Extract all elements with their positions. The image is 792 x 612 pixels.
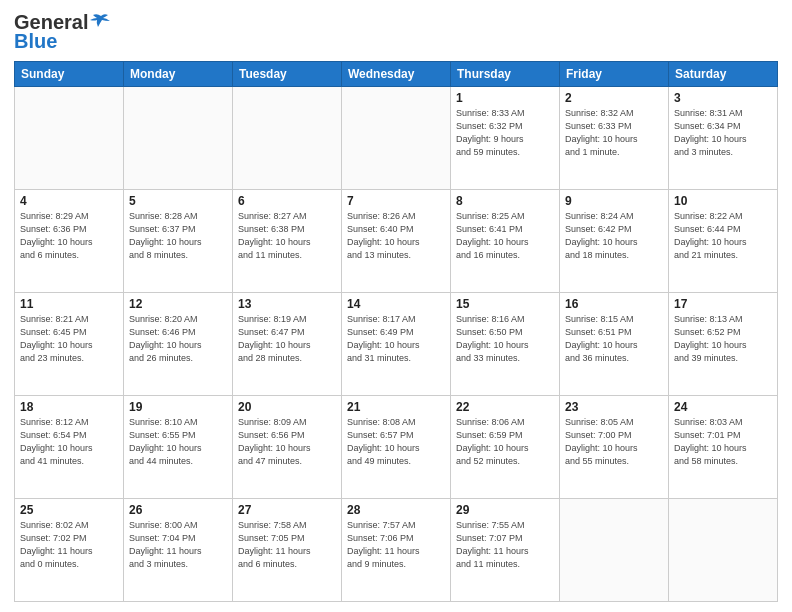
day-number: 17 — [674, 297, 772, 311]
day-number: 20 — [238, 400, 336, 414]
day-info: Sunrise: 8:25 AM Sunset: 6:41 PM Dayligh… — [456, 210, 554, 262]
calendar-cell: 17Sunrise: 8:13 AM Sunset: 6:52 PM Dayli… — [669, 293, 778, 396]
day-number: 7 — [347, 194, 445, 208]
calendar-cell: 26Sunrise: 8:00 AM Sunset: 7:04 PM Dayli… — [124, 499, 233, 602]
page: General Blue SundayMondayTuesdayWednesda… — [0, 0, 792, 612]
day-number: 25 — [20, 503, 118, 517]
calendar-cell — [15, 87, 124, 190]
day-info: Sunrise: 8:21 AM Sunset: 6:45 PM Dayligh… — [20, 313, 118, 365]
day-number: 5 — [129, 194, 227, 208]
day-info: Sunrise: 8:33 AM Sunset: 6:32 PM Dayligh… — [456, 107, 554, 159]
calendar-cell: 7Sunrise: 8:26 AM Sunset: 6:40 PM Daylig… — [342, 190, 451, 293]
calendar-cell: 18Sunrise: 8:12 AM Sunset: 6:54 PM Dayli… — [15, 396, 124, 499]
day-number: 2 — [565, 91, 663, 105]
calendar-cell: 28Sunrise: 7:57 AM Sunset: 7:06 PM Dayli… — [342, 499, 451, 602]
day-info: Sunrise: 8:20 AM Sunset: 6:46 PM Dayligh… — [129, 313, 227, 365]
day-number: 16 — [565, 297, 663, 311]
calendar-cell: 5Sunrise: 8:28 AM Sunset: 6:37 PM Daylig… — [124, 190, 233, 293]
day-info: Sunrise: 8:12 AM Sunset: 6:54 PM Dayligh… — [20, 416, 118, 468]
calendar-cell: 16Sunrise: 8:15 AM Sunset: 6:51 PM Dayli… — [560, 293, 669, 396]
calendar-cell: 3Sunrise: 8:31 AM Sunset: 6:34 PM Daylig… — [669, 87, 778, 190]
calendar-cell: 25Sunrise: 8:02 AM Sunset: 7:02 PM Dayli… — [15, 499, 124, 602]
calendar-cell: 9Sunrise: 8:24 AM Sunset: 6:42 PM Daylig… — [560, 190, 669, 293]
logo-bird-icon — [90, 12, 112, 32]
weekday-header-sunday: Sunday — [15, 62, 124, 87]
day-info: Sunrise: 8:29 AM Sunset: 6:36 PM Dayligh… — [20, 210, 118, 262]
weekday-header-thursday: Thursday — [451, 62, 560, 87]
weekday-header-monday: Monday — [124, 62, 233, 87]
day-info: Sunrise: 8:05 AM Sunset: 7:00 PM Dayligh… — [565, 416, 663, 468]
calendar-cell: 14Sunrise: 8:17 AM Sunset: 6:49 PM Dayli… — [342, 293, 451, 396]
day-info: Sunrise: 8:22 AM Sunset: 6:44 PM Dayligh… — [674, 210, 772, 262]
header: General Blue — [14, 12, 778, 53]
day-info: Sunrise: 7:55 AM Sunset: 7:07 PM Dayligh… — [456, 519, 554, 571]
calendar-cell: 8Sunrise: 8:25 AM Sunset: 6:41 PM Daylig… — [451, 190, 560, 293]
weekday-header-friday: Friday — [560, 62, 669, 87]
day-number: 4 — [20, 194, 118, 208]
day-number: 15 — [456, 297, 554, 311]
day-number: 13 — [238, 297, 336, 311]
calendar-week-1: 1Sunrise: 8:33 AM Sunset: 6:32 PM Daylig… — [15, 87, 778, 190]
day-info: Sunrise: 7:57 AM Sunset: 7:06 PM Dayligh… — [347, 519, 445, 571]
day-number: 18 — [20, 400, 118, 414]
calendar-cell — [669, 499, 778, 602]
calendar-cell — [560, 499, 669, 602]
day-info: Sunrise: 8:27 AM Sunset: 6:38 PM Dayligh… — [238, 210, 336, 262]
day-number: 1 — [456, 91, 554, 105]
calendar-cell: 23Sunrise: 8:05 AM Sunset: 7:00 PM Dayli… — [560, 396, 669, 499]
day-info: Sunrise: 8:10 AM Sunset: 6:55 PM Dayligh… — [129, 416, 227, 468]
day-info: Sunrise: 8:16 AM Sunset: 6:50 PM Dayligh… — [456, 313, 554, 365]
calendar-cell: 27Sunrise: 7:58 AM Sunset: 7:05 PM Dayli… — [233, 499, 342, 602]
day-number: 12 — [129, 297, 227, 311]
day-number: 29 — [456, 503, 554, 517]
day-number: 22 — [456, 400, 554, 414]
calendar-cell: 13Sunrise: 8:19 AM Sunset: 6:47 PM Dayli… — [233, 293, 342, 396]
calendar-week-5: 25Sunrise: 8:02 AM Sunset: 7:02 PM Dayli… — [15, 499, 778, 602]
day-info: Sunrise: 7:58 AM Sunset: 7:05 PM Dayligh… — [238, 519, 336, 571]
day-info: Sunrise: 8:24 AM Sunset: 6:42 PM Dayligh… — [565, 210, 663, 262]
day-number: 23 — [565, 400, 663, 414]
calendar-cell: 12Sunrise: 8:20 AM Sunset: 6:46 PM Dayli… — [124, 293, 233, 396]
calendar-cell: 2Sunrise: 8:32 AM Sunset: 6:33 PM Daylig… — [560, 87, 669, 190]
calendar-cell: 29Sunrise: 7:55 AM Sunset: 7:07 PM Dayli… — [451, 499, 560, 602]
calendar-cell: 11Sunrise: 8:21 AM Sunset: 6:45 PM Dayli… — [15, 293, 124, 396]
calendar-cell: 15Sunrise: 8:16 AM Sunset: 6:50 PM Dayli… — [451, 293, 560, 396]
day-info: Sunrise: 8:03 AM Sunset: 7:01 PM Dayligh… — [674, 416, 772, 468]
day-info: Sunrise: 8:28 AM Sunset: 6:37 PM Dayligh… — [129, 210, 227, 262]
day-info: Sunrise: 8:06 AM Sunset: 6:59 PM Dayligh… — [456, 416, 554, 468]
day-info: Sunrise: 8:09 AM Sunset: 6:56 PM Dayligh… — [238, 416, 336, 468]
calendar-cell: 4Sunrise: 8:29 AM Sunset: 6:36 PM Daylig… — [15, 190, 124, 293]
day-info: Sunrise: 8:17 AM Sunset: 6:49 PM Dayligh… — [347, 313, 445, 365]
weekday-header-saturday: Saturday — [669, 62, 778, 87]
day-number: 28 — [347, 503, 445, 517]
day-info: Sunrise: 8:00 AM Sunset: 7:04 PM Dayligh… — [129, 519, 227, 571]
day-number: 3 — [674, 91, 772, 105]
calendar-cell: 1Sunrise: 8:33 AM Sunset: 6:32 PM Daylig… — [451, 87, 560, 190]
day-number: 24 — [674, 400, 772, 414]
calendar-cell: 21Sunrise: 8:08 AM Sunset: 6:57 PM Dayli… — [342, 396, 451, 499]
calendar-cell — [342, 87, 451, 190]
weekday-header-tuesday: Tuesday — [233, 62, 342, 87]
calendar-cell: 19Sunrise: 8:10 AM Sunset: 6:55 PM Dayli… — [124, 396, 233, 499]
day-number: 21 — [347, 400, 445, 414]
day-info: Sunrise: 8:13 AM Sunset: 6:52 PM Dayligh… — [674, 313, 772, 365]
day-number: 11 — [20, 297, 118, 311]
day-number: 19 — [129, 400, 227, 414]
calendar-week-2: 4Sunrise: 8:29 AM Sunset: 6:36 PM Daylig… — [15, 190, 778, 293]
day-number: 8 — [456, 194, 554, 208]
calendar-week-3: 11Sunrise: 8:21 AM Sunset: 6:45 PM Dayli… — [15, 293, 778, 396]
day-info: Sunrise: 8:31 AM Sunset: 6:34 PM Dayligh… — [674, 107, 772, 159]
day-info: Sunrise: 8:32 AM Sunset: 6:33 PM Dayligh… — [565, 107, 663, 159]
calendar-cell — [233, 87, 342, 190]
weekday-header-wednesday: Wednesday — [342, 62, 451, 87]
day-info: Sunrise: 8:15 AM Sunset: 6:51 PM Dayligh… — [565, 313, 663, 365]
day-number: 6 — [238, 194, 336, 208]
calendar-cell: 22Sunrise: 8:06 AM Sunset: 6:59 PM Dayli… — [451, 396, 560, 499]
calendar-cell: 6Sunrise: 8:27 AM Sunset: 6:38 PM Daylig… — [233, 190, 342, 293]
day-info: Sunrise: 8:26 AM Sunset: 6:40 PM Dayligh… — [347, 210, 445, 262]
calendar-cell: 10Sunrise: 8:22 AM Sunset: 6:44 PM Dayli… — [669, 190, 778, 293]
calendar-cell: 24Sunrise: 8:03 AM Sunset: 7:01 PM Dayli… — [669, 396, 778, 499]
day-number: 27 — [238, 503, 336, 517]
calendar-cell: 20Sunrise: 8:09 AM Sunset: 6:56 PM Dayli… — [233, 396, 342, 499]
day-number: 10 — [674, 194, 772, 208]
